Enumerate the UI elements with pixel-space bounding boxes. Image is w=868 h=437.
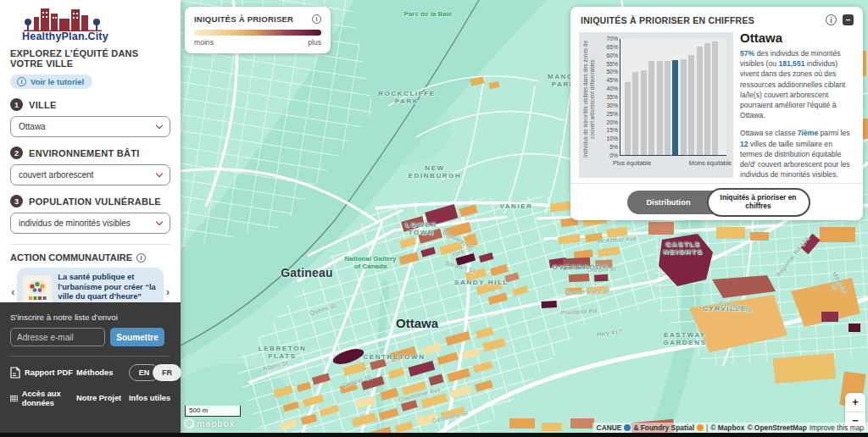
carousel-next-button[interactable]: › (165, 285, 170, 298)
stats-text-run: parmi les (818, 129, 849, 137)
our-project-label: Notre Projet (76, 394, 121, 403)
stats-info-icon[interactable]: i (826, 14, 837, 25)
improve-map-link[interactable]: Improve this map (810, 423, 864, 432)
canue-icon (624, 424, 631, 431)
chart-bar[interactable] (712, 41, 718, 155)
canue-link[interactable]: CANUE (597, 423, 622, 432)
window-bottom-edge (0, 433, 868, 437)
stats-text-run: villes de taille similaire en termes de … (740, 140, 850, 180)
data-access-link[interactable]: Accès aux données (10, 390, 71, 407)
step-2-badge: 2 (10, 147, 23, 159)
stats-paragraph-1: 57% des individus de minorités visibles … (740, 48, 855, 120)
tab-distribution[interactable]: Distribution (627, 191, 710, 214)
legend-info-icon[interactable]: i (312, 14, 321, 24)
attribution-separator: | (706, 423, 708, 432)
chart-x-label-left: Plus équitable (613, 159, 651, 167)
sidebar: HealthyPlan.City EXPLOREZ L'ÉQUITÉ DANS … (0, 0, 181, 437)
chevron-down-icon (156, 122, 163, 129)
report-pdf-link[interactable]: Rapport PDF (10, 367, 76, 379)
chart-y-tick: 35% (606, 94, 618, 100)
stat-count: 181,551 (778, 59, 804, 68)
footer-divider (10, 356, 170, 357)
chart-y-tick: 0% (609, 152, 618, 158)
submit-button[interactable]: Soumettre (110, 328, 164, 346)
chart-bar[interactable] (704, 43, 710, 155)
methods-label: Méthodes (76, 368, 113, 378)
chart-y-tick: 25% (606, 111, 618, 117)
chart-bar[interactable] (657, 61, 663, 155)
chart-y-tick: 30% (606, 102, 618, 108)
foundry-link[interactable]: & Foundry Spatial (633, 423, 694, 432)
legend-gradient-bar (194, 30, 321, 36)
mapbox-wordmark: mapbox (197, 418, 235, 429)
chart-bar[interactable] (632, 72, 638, 155)
chart-plot: 0%5%10%15%20%25%30%35%40%45%50%55%60%65%… (620, 39, 726, 156)
our-project-link[interactable]: Notre Projet (76, 394, 129, 403)
community-info-icon[interactable]: i (136, 253, 146, 263)
card-thumbnail-image (23, 275, 52, 304)
card-title: La santé publique et l'urbanisme pour cr… (58, 273, 157, 302)
stat-percent: 57% (740, 49, 754, 58)
population-select[interactable]: individus de minorités visibles (10, 213, 170, 234)
chart-bar[interactable] (681, 59, 687, 155)
chart-y-tick: 50% (606, 69, 618, 75)
pdf-file-icon (10, 367, 20, 379)
legend-label-less: moins (194, 38, 214, 47)
chevron-down-icon (156, 170, 163, 177)
step-2-label: ENVIRONNEMENT BÂTI (29, 148, 140, 158)
stats-paragraph-2: Ottawa se classe 7ième parmi les 12 vill… (740, 128, 855, 180)
map-scale-bar: 500 m (185, 406, 241, 417)
sidebar-title: EXPLOREZ L'ÉQUITÉ DANS VOTRE VILLE (10, 48, 170, 69)
useful-info-link[interactable]: Infos utiles (129, 394, 181, 403)
carousel-prev-button[interactable]: ‹ (10, 285, 15, 298)
chart-bar[interactable] (641, 70, 647, 155)
chart-y-tick: 10% (606, 136, 618, 141)
chart-bar[interactable] (665, 61, 670, 155)
newsletter-label: S'inscrire à notre liste d'envoi (10, 313, 170, 322)
stats-text-run: individus) vivent dans des zones où des … (740, 59, 845, 119)
map-attribution: CANUE & Foundry Spatial | © Mapbox © Ope… (593, 423, 868, 433)
chart-y-tick: 5% (609, 144, 618, 150)
osm-attrib-link[interactable]: © OpenStreetMap (747, 423, 806, 432)
chart-y-axis-label: Individus de minorités visibles dans des… (582, 32, 604, 166)
chart-bar[interactable] (648, 61, 654, 155)
population-select-value: individus de minorités visibles (19, 218, 131, 228)
tutorial-button[interactable]: i Voir le tutoriel (10, 75, 92, 89)
logo-skyline-icon (22, 5, 103, 32)
chart-y-tick: 55% (606, 61, 618, 67)
chart-bar-highlighted[interactable] (672, 60, 678, 155)
city-select-value: Ottawa (19, 122, 46, 131)
email-field[interactable] (10, 328, 105, 346)
city-select[interactable]: Ottawa (10, 116, 170, 137)
legend-label-more: plus (308, 38, 321, 47)
foundry-icon (697, 424, 704, 431)
environment-select[interactable]: couvert arborescent (10, 164, 170, 185)
methods-link[interactable]: Méthodes (76, 368, 129, 378)
info-icon: i (17, 77, 26, 86)
chart-y-tick: 70% (606, 36, 618, 41)
mapbox-logo[interactable]: m mapbox (184, 418, 235, 429)
table-icon (10, 394, 18, 403)
app-logo[interactable]: HealthyPlan.City (22, 5, 170, 42)
tab-inequities-numbers[interactable]: Iniquités à prioriser en chiffres (707, 188, 810, 217)
chart-y-tick: 65% (606, 44, 618, 50)
stat-city-count: 12 (740, 140, 748, 148)
chart-bar[interactable] (688, 55, 694, 155)
data-access-label: Accès aux données (22, 390, 71, 407)
stats-text-run: Ottawa se classe (740, 129, 798, 137)
chart-bar[interactable] (697, 47, 703, 155)
stats-panel: INIQUITÉS À PRIORISER EN CHIFFRES i – In… (570, 7, 863, 220)
equity-bar-chart: Individus de minorités visibles dans des… (579, 32, 733, 178)
zoom-in-button[interactable]: + (845, 393, 865, 412)
minimize-panel-button[interactable]: – (843, 14, 854, 25)
chart-y-tick: 45% (606, 77, 618, 83)
app-window: Parc de la BaieROCKCLIFFE PARKMANOR PARK… (0, 0, 868, 437)
sidebar-divider (10, 244, 170, 245)
lang-fr-button[interactable]: FR (153, 364, 181, 381)
legend-title: INIQUITÉS À PRIORISER (194, 14, 293, 24)
stats-text: Ottawa 57% des individus de minorités vi… (740, 30, 855, 180)
chart-bar[interactable] (625, 82, 631, 155)
view-toggle: Distribution Iniquités à prioriser en ch… (627, 191, 807, 214)
mapbox-attrib-link[interactable]: © Mapbox (710, 423, 744, 432)
step-1-badge: 1 (10, 98, 23, 111)
